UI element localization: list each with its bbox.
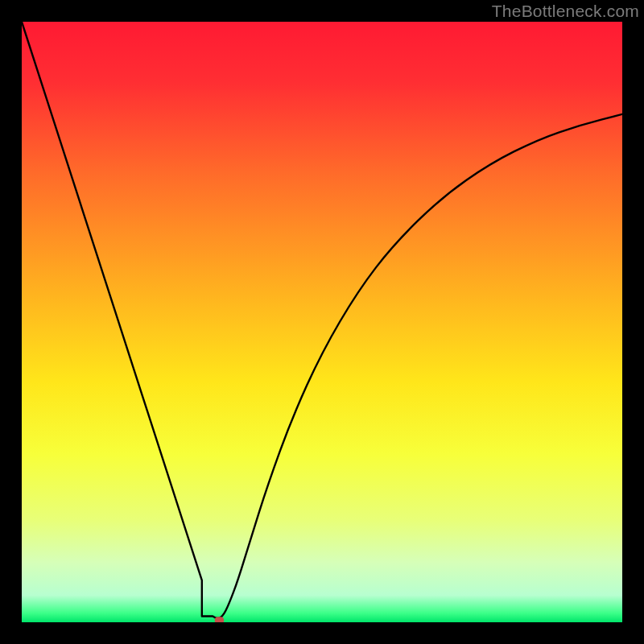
bottleneck-chart: [22, 22, 622, 622]
chart-background: [22, 22, 622, 622]
chart-frame: [22, 22, 622, 622]
watermark-text: TheBottleneck.com: [492, 2, 639, 21]
optimal-point-marker: [215, 617, 224, 622]
